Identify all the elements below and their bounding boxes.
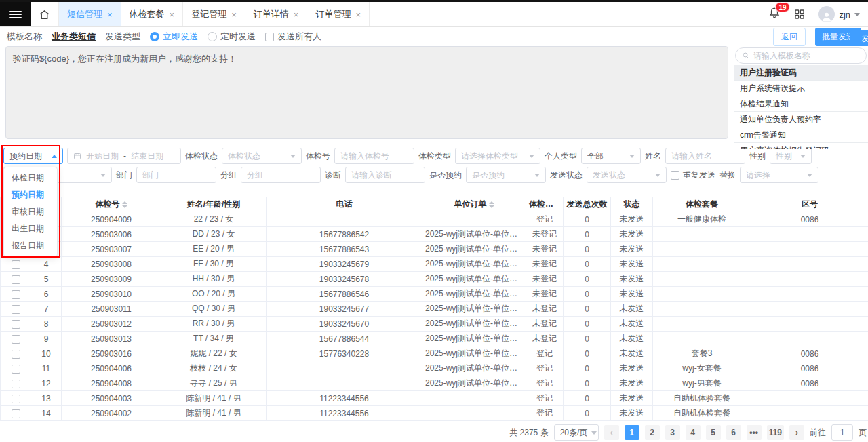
table-row: 10250903016妮妮 / 22 / 女157763402282025-wy… bbox=[1, 346, 868, 361]
cell-status: 未发送 bbox=[611, 227, 653, 242]
cell-index: 9 bbox=[31, 332, 62, 346]
avatar bbox=[818, 6, 835, 22]
tab-1[interactable]: 体检套餐× bbox=[121, 2, 184, 26]
row-checkbox[interactable] bbox=[12, 409, 20, 418]
back-button[interactable]: 返回 bbox=[773, 28, 806, 46]
cell-send_count: 0 bbox=[564, 242, 611, 257]
template-list-item[interactable]: 用户系统错误提示 bbox=[734, 81, 868, 96]
date-type-option[interactable]: 报告日期 bbox=[4, 237, 57, 254]
template-content-textarea[interactable]: 验证码${code}，您正在注册成为新用户，感谢您的支持！ bbox=[5, 46, 728, 139]
chevron-down-icon bbox=[807, 174, 812, 177]
tab-close-icon[interactable]: × bbox=[231, 10, 237, 19]
date-type-option[interactable]: 预约日期 bbox=[4, 186, 57, 203]
diagnosis-input[interactable] bbox=[345, 167, 425, 183]
date-type-select[interactable]: 预约日期 bbox=[3, 148, 63, 164]
template-list-item[interactable]: crm告警通知 bbox=[734, 127, 868, 143]
row-checkbox[interactable] bbox=[12, 365, 20, 374]
apps-grid-icon[interactable] bbox=[794, 9, 805, 20]
total-count: 共 2375 条 bbox=[509, 427, 548, 439]
row-checkbox[interactable] bbox=[12, 305, 20, 314]
tab-close-icon[interactable]: × bbox=[294, 10, 299, 19]
page-button[interactable]: 2 bbox=[645, 425, 660, 440]
page-size-select[interactable]: 20条/页 bbox=[554, 424, 599, 441]
sort-icon[interactable] bbox=[489, 201, 494, 208]
cell-exam_status: 未登记 bbox=[526, 272, 564, 287]
exam-type-select[interactable]: 请选择体检类型 bbox=[455, 148, 540, 164]
notifications-button[interactable]: 19 bbox=[768, 7, 781, 22]
reserved-select[interactable]: 是否预约 bbox=[466, 167, 546, 183]
cell-exam_no: 250904003 bbox=[62, 391, 161, 406]
cell-phone: 15677886543 bbox=[267, 242, 422, 257]
row-checkbox[interactable] bbox=[12, 335, 20, 344]
home-tab[interactable] bbox=[31, 2, 59, 26]
row-checkbox[interactable] bbox=[12, 350, 20, 359]
exam-no-input[interactable] bbox=[334, 148, 414, 164]
template-search-input[interactable] bbox=[753, 51, 860, 60]
page-button[interactable]: 4 bbox=[686, 425, 701, 440]
template-list-item[interactable]: 用户注册验证码 bbox=[734, 65, 868, 81]
date-type-option[interactable]: 出生日期 bbox=[4, 220, 57, 237]
row-checkbox[interactable] bbox=[12, 275, 20, 284]
sort-icon[interactable] bbox=[122, 201, 127, 208]
template-search-box[interactable] bbox=[735, 47, 867, 64]
template-list-item[interactable]: 体检结果通知 bbox=[734, 96, 868, 112]
chevron-down-icon bbox=[534, 174, 540, 177]
page-button[interactable]: 3 bbox=[665, 425, 680, 440]
next-page-button[interactable]: › bbox=[789, 425, 804, 440]
col-header[interactable]: 单位订单 bbox=[422, 197, 526, 212]
cell-area_code bbox=[751, 287, 868, 302]
send-all-checkbox[interactable]: 发送所有人 bbox=[265, 31, 321, 43]
table-row: 3250903007EE / 20 / 男156778865432025-wyj… bbox=[1, 242, 868, 257]
cell-send_count: 0 bbox=[564, 212, 611, 227]
user-menu[interactable]: zjn bbox=[818, 6, 860, 22]
date-type-option[interactable]: 体检日期 bbox=[4, 169, 57, 186]
prev-page-button[interactable]: ‹ bbox=[604, 425, 619, 440]
table-row: 2250903006DD / 23 / 女156778865422025-wyj… bbox=[1, 227, 868, 242]
date-range-picker[interactable]: 开始日期 - 结束日期 bbox=[67, 148, 181, 164]
row-checkbox[interactable] bbox=[12, 320, 20, 329]
template-list-item[interactable]: 通知单位负责人预约率 bbox=[734, 112, 868, 127]
cell-name: FF / 30 / 男 bbox=[161, 257, 267, 272]
tab-2[interactable]: 登记管理× bbox=[183, 2, 245, 26]
dept-input[interactable] bbox=[136, 167, 216, 183]
page-button[interactable]: 5 bbox=[706, 425, 721, 440]
send-status-select[interactable]: 发送状态 bbox=[587, 167, 667, 183]
cell-area_code bbox=[751, 227, 868, 242]
person-type-select[interactable]: 全部 bbox=[581, 148, 641, 164]
menu-toggle-button[interactable] bbox=[0, 2, 31, 26]
goto-page-input[interactable] bbox=[831, 424, 853, 441]
group-input[interactable] bbox=[241, 167, 321, 183]
row-checkbox[interactable] bbox=[12, 290, 20, 299]
tab-label: 订单管理 bbox=[315, 8, 351, 20]
row-checkbox[interactable] bbox=[12, 395, 20, 403]
template-list-item[interactable]: 用户查询体检报告登记码 bbox=[734, 143, 868, 149]
tab-4[interactable]: 订单管理× bbox=[307, 2, 370, 26]
date-type-option[interactable]: 审核日期 bbox=[4, 203, 57, 220]
replace-select[interactable]: 请选择 bbox=[740, 167, 818, 183]
page-button[interactable]: 119 bbox=[767, 425, 784, 440]
exam-status-select[interactable]: 体检状态 bbox=[222, 148, 302, 164]
col-header[interactable]: 体检号 bbox=[62, 197, 161, 212]
cell-status: 未发送 bbox=[611, 212, 653, 227]
sms-category-tab[interactable]: 业务类短信 bbox=[52, 31, 96, 43]
cell-index: 7 bbox=[31, 302, 62, 317]
send-button[interactable]: 发送 bbox=[850, 30, 868, 48]
tab-close-icon[interactable]: × bbox=[107, 10, 113, 19]
tab-0[interactable]: 短信管理× bbox=[59, 2, 121, 26]
tab-close-icon[interactable]: × bbox=[170, 10, 175, 19]
radio-immediate-send[interactable]: 立即发送 bbox=[150, 31, 198, 43]
tab-close-icon[interactable]: × bbox=[355, 10, 361, 19]
gender-select[interactable]: 性别 bbox=[770, 148, 812, 164]
name-input[interactable] bbox=[665, 148, 745, 164]
row-checkbox[interactable] bbox=[12, 380, 20, 388]
page-button[interactable]: 6 bbox=[726, 425, 741, 440]
radio-scheduled-send[interactable]: 定时发送 bbox=[208, 31, 256, 43]
filter-row-1: 预约日期 开始日期 - 结束日期 体检状态 体检状态 体检号 体检类型 请选择体… bbox=[0, 148, 868, 164]
tab-3[interactable]: 订单详情× bbox=[245, 2, 308, 26]
repeat-send-checkbox[interactable]: 重复发送 bbox=[671, 169, 715, 181]
page-button[interactable]: 1 bbox=[625, 425, 639, 440]
page-ellipsis[interactable]: ••• bbox=[747, 425, 762, 440]
cell-area_code bbox=[751, 302, 868, 317]
row-checkbox[interactable] bbox=[12, 260, 20, 269]
cell-status: 未发送 bbox=[611, 361, 653, 376]
